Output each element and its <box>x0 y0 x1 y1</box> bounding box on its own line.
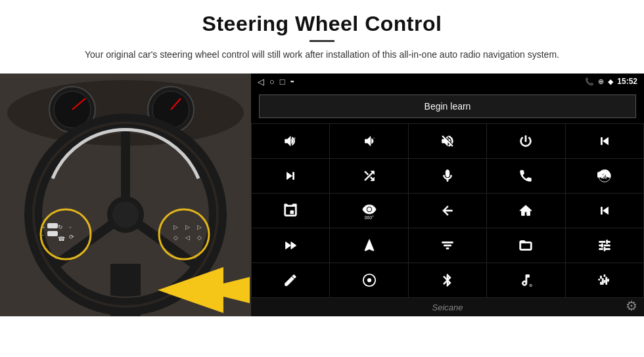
svg-rect-20 <box>47 231 58 236</box>
hang-up-button[interactable] <box>566 159 643 193</box>
circle-menu-button[interactable] <box>330 263 407 297</box>
settings-gear-icon[interactable]: ⚙ <box>626 298 637 314</box>
camera-button[interactable] <box>252 194 329 228</box>
svg-text:◁: ◁ <box>185 234 190 241</box>
svg-text:−: − <box>372 136 375 142</box>
page-subtitle: Your original car's steering wheel contr… <box>85 47 559 62</box>
home-nav-icon[interactable]: ○ <box>269 77 275 87</box>
status-right: 📞 ⊕ ◆ 15:52 <box>585 77 637 86</box>
svg-text:↻: ↻ <box>58 224 63 230</box>
navigation-button[interactable] <box>330 228 407 262</box>
location-icon: ⊕ <box>598 77 604 86</box>
svg-text:▷: ▷ <box>185 224 190 230</box>
microphone-button[interactable] <box>409 159 486 193</box>
pen-button[interactable] <box>252 263 329 297</box>
begin-learn-button[interactable]: Begin learn <box>259 94 636 118</box>
phone-icon: 📞 <box>585 77 594 86</box>
sliders-button[interactable] <box>566 228 643 262</box>
page-container: Steering Wheel Control Your original car… <box>0 0 644 357</box>
time-display: 15:52 <box>617 77 637 86</box>
svg-text:+: + <box>42 224 45 230</box>
svg-text:+: + <box>69 225 72 230</box>
svg-text:⟳: ⟳ <box>69 234 74 240</box>
status-bar: ◁ ○ □ ▪▪ 📞 ⊕ ◆ 15:52 <box>251 74 644 89</box>
360-view-button[interactable]: 360° <box>330 194 407 228</box>
waveform-button[interactable] <box>566 263 643 297</box>
content-area: + - ↻ ☎ + ⟳ ▷ ◇ ▷ ◁ ▷ ◇ <box>0 74 644 316</box>
svg-rect-18 <box>47 223 58 228</box>
begin-learn-row: Begin learn <box>251 89 644 123</box>
svg-text:-: - <box>42 232 44 238</box>
skip-begin-button[interactable] <box>566 194 643 228</box>
prev-track-button[interactable] <box>566 124 643 158</box>
bluetooth-button[interactable] <box>409 263 486 297</box>
svg-point-16 <box>112 201 139 228</box>
phone-call-button[interactable] <box>487 159 564 193</box>
shuffle-button[interactable] <box>330 159 407 193</box>
title-divider <box>310 40 334 42</box>
controls-grid: + − <box>251 123 644 298</box>
power-button[interactable] <box>487 124 564 158</box>
back-button[interactable] <box>409 194 486 228</box>
page-title: Steering Wheel Control <box>85 12 559 36</box>
fast-forward-button[interactable] <box>252 228 329 262</box>
wifi-icon: ◆ <box>608 77 613 86</box>
next-track-button[interactable] <box>252 159 329 193</box>
svg-text:▷: ▷ <box>173 224 178 230</box>
svg-text:+: + <box>294 136 296 142</box>
svg-text:◇: ◇ <box>197 234 202 241</box>
home-button[interactable] <box>487 194 564 228</box>
svg-text:◇: ◇ <box>173 234 178 241</box>
recents-nav-icon[interactable]: □ <box>280 77 285 87</box>
equalizer-button[interactable] <box>409 228 486 262</box>
folder-button[interactable] <box>487 228 564 262</box>
signal-icon: ▪▪ <box>290 78 293 85</box>
svg-text:▷: ▷ <box>197 224 202 230</box>
volume-mute-button[interactable] <box>409 124 486 158</box>
svg-text:⚙: ⚙ <box>529 283 532 287</box>
control-panel: ◁ ○ □ ▪▪ 📞 ⊕ ◆ 15:52 Begin learn <box>251 74 644 316</box>
bottom-bar: Seicane ⚙ <box>251 298 644 316</box>
back-nav-icon[interactable]: ◁ <box>258 77 264 87</box>
title-section: Steering Wheel Control Your original car… <box>85 12 559 62</box>
svg-text:☎: ☎ <box>58 236 65 242</box>
music-button[interactable]: ⚙ <box>487 263 564 297</box>
seicane-watermark: Seicane <box>432 303 463 312</box>
status-left: ◁ ○ □ ▪▪ <box>258 77 293 87</box>
volume-down-button[interactable]: − <box>330 124 407 158</box>
360-icon: 360° <box>362 202 377 220</box>
steering-wheel-image: + - ↻ ☎ + ⟳ ▷ ◇ ▷ ◁ ▷ ◇ <box>0 74 251 316</box>
svg-point-37 <box>367 279 371 283</box>
volume-up-button[interactable]: + <box>252 124 329 158</box>
